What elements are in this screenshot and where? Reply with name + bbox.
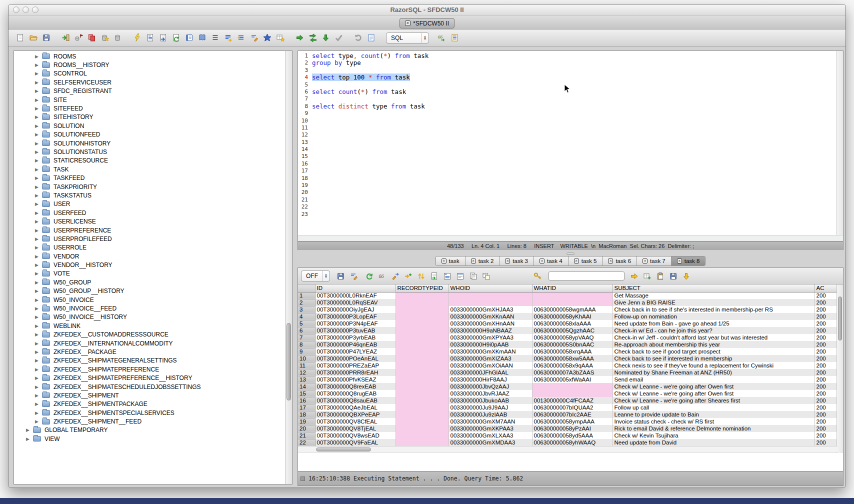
- cell[interactable]: [448, 299, 532, 306]
- row-limit-select[interactable]: OFF ▲▼: [301, 270, 330, 282]
- table-row[interactable]: 1500T3000000Q8rugEAB0033000000JbvRJAAZCh…: [298, 390, 838, 397]
- cell[interactable]: [396, 418, 448, 425]
- cell[interactable]: 00T3000000POeAnEAL: [315, 355, 396, 362]
- table-row[interactable]: 1600T3000000Q8sauEAB0033000000JbukoAAB00…: [298, 397, 838, 404]
- save-results-icon[interactable]: [336, 272, 346, 281]
- cell[interactable]: 0033000000GmXKnAAN: [448, 313, 532, 320]
- table-row[interactable]: 1800T3000000QBXPeEAP0033000000Ju9zlAAB00…: [298, 411, 838, 418]
- cell[interactable]: 200: [814, 292, 838, 299]
- tree-item[interactable]: ▶TASK: [14, 165, 285, 174]
- results-search-input[interactable]: [548, 272, 624, 280]
- cell[interactable]: [396, 439, 448, 446]
- cell[interactable]: 200: [814, 432, 838, 439]
- expand-arrow-icon[interactable]: ▶: [35, 158, 42, 163]
- cell[interactable]: [396, 306, 448, 313]
- expand-arrow-icon[interactable]: ▶: [35, 54, 42, 59]
- favorites-star-icon[interactable]: [262, 33, 272, 42]
- expand-arrow-icon[interactable]: ▶: [35, 150, 42, 154]
- cell[interactable]: 200: [814, 383, 838, 390]
- cell[interactable]: [532, 390, 612, 397]
- query-scratch-pad-icon[interactable]: [366, 33, 376, 42]
- cell[interactable]: 0033000000GmXHJAA3: [448, 306, 532, 313]
- table-row[interactable]: 2000T3000000QV8TjEAL0033000000GmXKPAA300…: [298, 425, 838, 432]
- tree-item[interactable]: ▶SOLUTION: [14, 122, 285, 130]
- cell[interactable]: 0033000000GmXPYAA3: [448, 334, 532, 341]
- expand-arrow-icon[interactable]: ▶: [35, 271, 42, 276]
- cell[interactable]: 200: [814, 439, 838, 446]
- cell[interactable]: 006300000058xrqAAA: [532, 348, 612, 355]
- row-number[interactable]: 15: [298, 390, 315, 397]
- fetch-more-icon[interactable]: [682, 272, 691, 281]
- table-row[interactable]: 700T3000000P3yrbEAB0033000000GmXPYAA3006…: [298, 334, 838, 341]
- table-row[interactable]: 600T3000000P3tuvEAB0033000000H9aNBAAZ006…: [298, 327, 838, 334]
- cell[interactable]: [396, 411, 448, 418]
- cell[interactable]: Check w/ Leanne - we're going after Shea…: [612, 397, 814, 404]
- expand-arrow-icon[interactable]: ▶: [35, 184, 42, 190]
- table-row[interactable]: 1000T3000000POeAnEAL0033000000GmXIZAA300…: [298, 355, 838, 362]
- cell[interactable]: 0033000000Ju9J9AAJ: [448, 404, 532, 411]
- cell[interactable]: 006300000058yd5AAA: [532, 432, 612, 439]
- cell[interactable]: Rick to email David & reference Delmonte…: [612, 425, 814, 432]
- tree-item[interactable]: ▶ZKFEDEX__SHIPMATEGENERALSETTINGS: [14, 356, 285, 365]
- expand-arrow-icon[interactable]: ▶: [35, 236, 42, 242]
- rollback-icon[interactable]: [354, 33, 363, 42]
- table-row[interactable]: 2200T3000000QV9FaEAL0033000000GmXMDAA300…: [298, 439, 838, 446]
- cell[interactable]: 00T3000000Q8sauEAB: [315, 397, 396, 404]
- cell[interactable]: 00T3000000P3tuvEAB: [315, 327, 396, 334]
- cell[interactable]: 200: [814, 425, 838, 432]
- expand-arrow-icon[interactable]: ▶: [35, 106, 42, 111]
- reload-table-icon[interactable]: [430, 272, 439, 281]
- cell[interactable]: 200: [814, 404, 838, 411]
- tab-close-icon[interactable]: ×: [442, 258, 446, 264]
- edit-cell-icon[interactable]: [390, 272, 400, 281]
- close-window-button[interactable]: [13, 6, 20, 13]
- expand-arrow-icon[interactable]: ▶: [35, 402, 42, 406]
- execute-statement-icon[interactable]: [295, 33, 304, 42]
- zoom-window-button[interactable]: [32, 6, 38, 13]
- cell[interactable]: Check back to see if good target prospec…: [612, 348, 814, 355]
- cell[interactable]: 200: [814, 327, 838, 334]
- results-tab[interactable]: ×task 2: [466, 256, 500, 266]
- row-number[interactable]: 1: [298, 292, 315, 299]
- row-number[interactable]: 10: [298, 355, 315, 362]
- cell[interactable]: [396, 376, 448, 383]
- edit-filter-icon[interactable]: [349, 272, 358, 281]
- tree-item[interactable]: ▶SOLUTIONFEED: [14, 130, 285, 139]
- cell[interactable]: Send email: [612, 376, 814, 383]
- cell[interactable]: Invoice status check - check w/ RS first: [612, 418, 814, 425]
- expand-arrow-icon[interactable]: ▶: [35, 419, 42, 424]
- cell[interactable]: 0033000000GmXMDAA3: [448, 439, 532, 446]
- document-tab[interactable]: × *SFDCW50 II: [400, 18, 454, 28]
- editor-horizontal-scrollbar[interactable]: [298, 235, 843, 241]
- table-row[interactable]: 100T3000000L0RknEAFGet Massage200: [298, 292, 838, 299]
- cell[interactable]: 00T3000000P3N4pEAF: [315, 320, 396, 327]
- cell[interactable]: 006300000058yKhAAI: [532, 313, 612, 320]
- row-number[interactable]: 11: [298, 362, 315, 369]
- cell[interactable]: 0033000000H9i0pAAB: [448, 341, 532, 348]
- expand-arrow-icon[interactable]: ▶: [35, 62, 42, 68]
- table-row[interactable]: 800T3000000P46qnEAB0033000000H9i0pAAB006…: [298, 341, 838, 348]
- cell[interactable]: 200: [814, 397, 838, 404]
- save-changes-icon[interactable]: [668, 272, 678, 281]
- expand-arrow-icon[interactable]: ▶: [35, 384, 42, 390]
- cell[interactable]: 0033000000H9aNBAAZ: [448, 327, 532, 334]
- cell[interactable]: 200: [814, 313, 838, 320]
- cell[interactable]: 00T3000000P3yrbEAB: [315, 334, 396, 341]
- cell[interactable]: Check w/ Leanne - we're going after Owen…: [612, 390, 814, 397]
- expand-arrow-icon[interactable]: ▶: [35, 332, 42, 337]
- row-number[interactable]: 14: [298, 383, 315, 390]
- row-number[interactable]: 3: [298, 306, 315, 313]
- expand-arrow-icon[interactable]: ▶: [35, 219, 42, 224]
- sql-history-icon[interactable]: [184, 33, 194, 42]
- expand-arrow-icon[interactable]: ▶: [35, 141, 42, 146]
- table-row[interactable]: 1900T3000000QV8CfEAL0033000000GmXM7AAN00…: [298, 418, 838, 425]
- column-header[interactable]: RECORDTYPEID: [396, 284, 448, 292]
- cell[interactable]: Follow up call: [612, 404, 814, 411]
- cell[interactable]: 0033000000GmXHnAAN: [448, 320, 532, 327]
- column-header[interactable]: SUBJECT: [612, 284, 814, 292]
- tree-item[interactable]: ▶USERLICENSE: [14, 217, 285, 226]
- cell[interactable]: [396, 355, 448, 362]
- table-row[interactable]: 1700T3000000QAeJbEAL0033000000Ju9J9AAJ00…: [298, 404, 838, 411]
- generate-sql-icon[interactable]: [224, 33, 233, 42]
- cell[interactable]: 00630000005S0bnAAC: [532, 341, 612, 348]
